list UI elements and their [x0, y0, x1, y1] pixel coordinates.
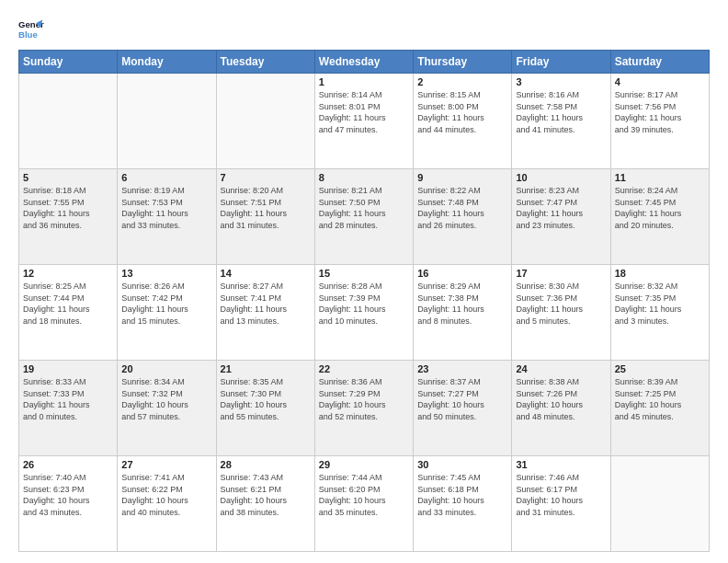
day-number: 29: [319, 459, 409, 470]
day-info: Sunrise: 7:41 AM Sunset: 6:22 PM Dayligh…: [121, 472, 211, 518]
day-number: 27: [121, 459, 211, 470]
day-info: Sunrise: 8:15 AM Sunset: 8:00 PM Dayligh…: [417, 89, 507, 135]
day-info: Sunrise: 8:30 AM Sunset: 7:36 PM Dayligh…: [516, 281, 606, 327]
weekday-header-monday: Monday: [118, 51, 216, 74]
calendar-cell: 31Sunrise: 7:46 AM Sunset: 6:17 PM Dayli…: [512, 456, 610, 552]
weekday-header-thursday: Thursday: [414, 51, 512, 74]
day-info: Sunrise: 8:14 AM Sunset: 8:01 PM Dayligh…: [319, 89, 409, 135]
calendar-table: SundayMondayTuesdayWednesdayThursdayFrid…: [18, 50, 710, 552]
calendar-cell: [118, 74, 216, 169]
calendar-cell: 28Sunrise: 7:43 AM Sunset: 6:21 PM Dayli…: [216, 456, 314, 552]
calendar-cell: 19Sunrise: 8:33 AM Sunset: 7:33 PM Dayli…: [19, 361, 118, 456]
calendar-cell: 22Sunrise: 8:36 AM Sunset: 7:29 PM Dayli…: [314, 361, 413, 456]
calendar-cell: 8Sunrise: 8:21 AM Sunset: 7:50 PM Daylig…: [314, 169, 413, 265]
calendar-cell: 3Sunrise: 8:16 AM Sunset: 7:58 PM Daylig…: [512, 74, 610, 169]
day-info: Sunrise: 8:34 AM Sunset: 7:32 PM Dayligh…: [121, 376, 211, 422]
day-info: Sunrise: 8:33 AM Sunset: 7:33 PM Dayligh…: [23, 376, 113, 422]
day-number: 21: [221, 363, 311, 374]
week-row-2: 12Sunrise: 8:25 AM Sunset: 7:44 PM Dayli…: [19, 265, 710, 361]
calendar-cell: 25Sunrise: 8:39 AM Sunset: 7:25 PM Dayli…: [610, 361, 709, 456]
header: General Blue: [18, 17, 710, 42]
calendar-cell: 23Sunrise: 8:37 AM Sunset: 7:27 PM Dayli…: [414, 361, 512, 456]
weekday-header-tuesday: Tuesday: [216, 51, 314, 74]
day-info: Sunrise: 8:22 AM Sunset: 7:48 PM Dayligh…: [417, 185, 507, 231]
calendar-cell: 6Sunrise: 8:19 AM Sunset: 7:53 PM Daylig…: [118, 169, 216, 265]
calendar-cell: [19, 74, 118, 169]
day-number: 1: [319, 76, 409, 87]
calendar-cell: 17Sunrise: 8:30 AM Sunset: 7:36 PM Dayli…: [512, 265, 610, 361]
day-info: Sunrise: 8:16 AM Sunset: 7:58 PM Dayligh…: [516, 89, 606, 135]
day-info: Sunrise: 8:18 AM Sunset: 7:55 PM Dayligh…: [23, 185, 113, 231]
day-info: Sunrise: 8:38 AM Sunset: 7:26 PM Dayligh…: [516, 376, 606, 422]
day-info: Sunrise: 7:44 AM Sunset: 6:20 PM Dayligh…: [319, 472, 409, 518]
weekday-header-sunday: Sunday: [19, 51, 118, 74]
day-number: 5: [23, 172, 113, 183]
day-number: 18: [615, 268, 705, 279]
day-info: Sunrise: 7:46 AM Sunset: 6:17 PM Dayligh…: [516, 472, 606, 518]
day-number: 28: [221, 459, 311, 470]
week-row-3: 19Sunrise: 8:33 AM Sunset: 7:33 PM Dayli…: [19, 361, 710, 456]
day-info: Sunrise: 8:19 AM Sunset: 7:53 PM Dayligh…: [121, 185, 211, 231]
calendar-cell: 29Sunrise: 7:44 AM Sunset: 6:20 PM Dayli…: [314, 456, 413, 552]
day-number: 31: [516, 459, 606, 470]
day-number: 4: [615, 76, 705, 87]
day-number: 17: [516, 268, 606, 279]
day-number: 8: [319, 172, 409, 183]
day-info: Sunrise: 8:27 AM Sunset: 7:41 PM Dayligh…: [221, 281, 311, 327]
calendar-cell: 5Sunrise: 8:18 AM Sunset: 7:55 PM Daylig…: [19, 169, 118, 265]
day-number: 26: [23, 459, 113, 470]
calendar-cell: 18Sunrise: 8:32 AM Sunset: 7:35 PM Dayli…: [610, 265, 709, 361]
day-number: 22: [319, 363, 409, 374]
calendar-cell: [610, 456, 709, 552]
calendar-cell: 11Sunrise: 8:24 AM Sunset: 7:45 PM Dayli…: [610, 169, 709, 265]
week-row-0: 1Sunrise: 8:14 AM Sunset: 8:01 PM Daylig…: [19, 74, 710, 169]
day-number: 2: [417, 76, 507, 87]
day-number: 20: [121, 363, 211, 374]
calendar-cell: 1Sunrise: 8:14 AM Sunset: 8:01 PM Daylig…: [314, 74, 413, 169]
day-info: Sunrise: 8:24 AM Sunset: 7:45 PM Dayligh…: [615, 185, 705, 231]
logo-icon: General Blue: [18, 17, 44, 42]
calendar-cell: 15Sunrise: 8:28 AM Sunset: 7:39 PM Dayli…: [314, 265, 413, 361]
calendar-cell: 24Sunrise: 8:38 AM Sunset: 7:26 PM Dayli…: [512, 361, 610, 456]
page: General Blue SundayMondayTuesdayWednesda…: [0, 0, 728, 563]
day-info: Sunrise: 7:43 AM Sunset: 6:21 PM Dayligh…: [221, 472, 311, 518]
day-number: 19: [23, 363, 113, 374]
calendar-cell: 14Sunrise: 8:27 AM Sunset: 7:41 PM Dayli…: [216, 265, 314, 361]
calendar-cell: 13Sunrise: 8:26 AM Sunset: 7:42 PM Dayli…: [118, 265, 216, 361]
calendar-cell: 30Sunrise: 7:45 AM Sunset: 6:18 PM Dayli…: [414, 456, 512, 552]
day-info: Sunrise: 8:28 AM Sunset: 7:39 PM Dayligh…: [319, 281, 409, 327]
weekday-header-row: SundayMondayTuesdayWednesdayThursdayFrid…: [19, 51, 710, 74]
day-number: 7: [221, 172, 311, 183]
day-number: 6: [121, 172, 211, 183]
day-number: 15: [319, 268, 409, 279]
week-row-4: 26Sunrise: 7:40 AM Sunset: 6:23 PM Dayli…: [19, 456, 710, 552]
day-info: Sunrise: 8:26 AM Sunset: 7:42 PM Dayligh…: [121, 281, 211, 327]
day-info: Sunrise: 8:21 AM Sunset: 7:50 PM Dayligh…: [319, 185, 409, 231]
day-number: 25: [615, 363, 705, 374]
week-row-1: 5Sunrise: 8:18 AM Sunset: 7:55 PM Daylig…: [19, 169, 710, 265]
day-info: Sunrise: 8:39 AM Sunset: 7:25 PM Dayligh…: [615, 376, 705, 422]
day-number: 16: [417, 268, 507, 279]
day-info: Sunrise: 8:37 AM Sunset: 7:27 PM Dayligh…: [417, 376, 507, 422]
calendar-cell: 21Sunrise: 8:35 AM Sunset: 7:30 PM Dayli…: [216, 361, 314, 456]
day-number: 14: [221, 268, 311, 279]
weekday-header-saturday: Saturday: [610, 51, 709, 74]
day-info: Sunrise: 8:29 AM Sunset: 7:38 PM Dayligh…: [417, 281, 507, 327]
day-info: Sunrise: 8:35 AM Sunset: 7:30 PM Dayligh…: [221, 376, 311, 422]
logo: General Blue: [18, 17, 44, 42]
calendar-cell: 26Sunrise: 7:40 AM Sunset: 6:23 PM Dayli…: [19, 456, 118, 552]
day-info: Sunrise: 8:32 AM Sunset: 7:35 PM Dayligh…: [615, 281, 705, 327]
day-info: Sunrise: 8:36 AM Sunset: 7:29 PM Dayligh…: [319, 376, 409, 422]
day-number: 30: [417, 459, 507, 470]
day-number: 12: [23, 268, 113, 279]
day-number: 11: [615, 172, 705, 183]
calendar-cell: 20Sunrise: 8:34 AM Sunset: 7:32 PM Dayli…: [118, 361, 216, 456]
day-info: Sunrise: 8:17 AM Sunset: 7:56 PM Dayligh…: [615, 89, 705, 135]
calendar-cell: 27Sunrise: 7:41 AM Sunset: 6:22 PM Dayli…: [118, 456, 216, 552]
day-info: Sunrise: 8:25 AM Sunset: 7:44 PM Dayligh…: [23, 281, 113, 327]
day-number: 13: [121, 268, 211, 279]
calendar-cell: 9Sunrise: 8:22 AM Sunset: 7:48 PM Daylig…: [414, 169, 512, 265]
calendar-cell: 10Sunrise: 8:23 AM Sunset: 7:47 PM Dayli…: [512, 169, 610, 265]
day-number: 24: [516, 363, 606, 374]
svg-text:Blue: Blue: [18, 29, 38, 40]
